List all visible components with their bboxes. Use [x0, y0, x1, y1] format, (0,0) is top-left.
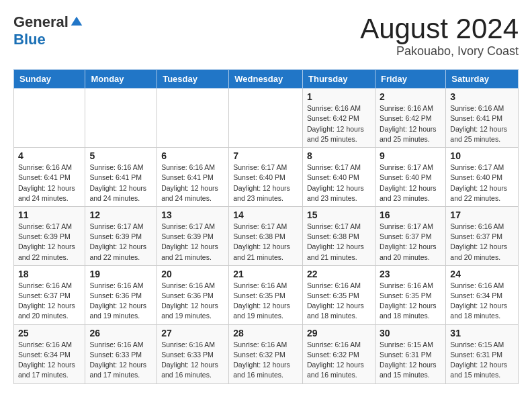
day-info: Sunrise: 6:17 AM Sunset: 6:39 PM Dayligh… [161, 222, 224, 263]
day-number: 5 [89, 150, 152, 161]
calendar-cell-4-2: 19Sunrise: 6:16 AM Sunset: 6:36 PM Dayli… [85, 265, 157, 324]
day-number: 12 [89, 210, 152, 220]
calendar-header-thursday: Thursday [303, 70, 375, 89]
day-number: 11 [18, 210, 81, 220]
day-info: Sunrise: 6:16 AM Sunset: 6:34 PM Dayligh… [450, 281, 514, 322]
calendar-cell-1-6: 2Sunrise: 6:16 AM Sunset: 6:42 PM Daylig… [375, 89, 445, 148]
calendar-cell-3-6: 16Sunrise: 6:17 AM Sunset: 6:37 PM Dayli… [375, 206, 445, 265]
day-info: Sunrise: 6:16 AM Sunset: 6:33 PM Dayligh… [161, 340, 224, 381]
calendar-header-saturday: Saturday [446, 70, 519, 89]
logo: General Blue [13, 13, 83, 48]
day-number: 31 [450, 328, 514, 338]
calendar-week-5: 25Sunrise: 6:16 AM Sunset: 6:34 PM Dayli… [14, 324, 519, 383]
calendar-cell-2-7: 10Sunrise: 6:17 AM Sunset: 6:40 PM Dayli… [446, 148, 519, 207]
day-number: 30 [380, 328, 441, 338]
calendar-cell-3-1: 11Sunrise: 6:17 AM Sunset: 6:39 PM Dayli… [14, 206, 85, 265]
day-info: Sunrise: 6:16 AM Sunset: 6:41 PM Dayligh… [450, 103, 514, 144]
day-info: Sunrise: 6:16 AM Sunset: 6:35 PM Dayligh… [233, 281, 298, 322]
calendar-cell-2-5: 8Sunrise: 6:17 AM Sunset: 6:40 PM Daylig… [303, 148, 375, 207]
day-number: 28 [233, 328, 298, 338]
calendar-cell-3-3: 13Sunrise: 6:17 AM Sunset: 6:39 PM Dayli… [157, 206, 229, 265]
calendar-table: SundayMondayTuesdayWednesdayThursdayFrid… [13, 69, 519, 383]
day-number: 20 [161, 269, 224, 279]
day-number: 19 [89, 269, 152, 279]
page-header: General Blue August 2024 Pakouabo, Ivory… [13, 13, 519, 58]
day-info: Sunrise: 6:17 AM Sunset: 6:38 PM Dayligh… [307, 222, 371, 263]
calendar-cell-5-5: 29Sunrise: 6:16 AM Sunset: 6:32 PM Dayli… [303, 324, 375, 383]
logo-icon [70, 15, 83, 29]
calendar-week-2: 4Sunrise: 6:16 AM Sunset: 6:41 PM Daylig… [14, 148, 519, 207]
svg-marker-0 [71, 17, 83, 26]
day-number: 29 [307, 328, 371, 338]
calendar-cell-5-4: 28Sunrise: 6:16 AM Sunset: 6:32 PM Dayli… [229, 324, 303, 383]
calendar-cell-5-2: 26Sunrise: 6:16 AM Sunset: 6:33 PM Dayli… [85, 324, 157, 383]
calendar-cell-5-1: 25Sunrise: 6:16 AM Sunset: 6:34 PM Dayli… [14, 324, 85, 383]
calendar-cell-1-5: 1Sunrise: 6:16 AM Sunset: 6:42 PM Daylig… [303, 89, 375, 148]
day-info: Sunrise: 6:16 AM Sunset: 6:41 PM Dayligh… [161, 163, 224, 203]
calendar-week-3: 11Sunrise: 6:17 AM Sunset: 6:39 PM Dayli… [14, 206, 519, 265]
day-number: 24 [450, 269, 514, 279]
day-number: 25 [18, 328, 81, 338]
day-number: 10 [450, 150, 514, 161]
day-info: Sunrise: 6:15 AM Sunset: 6:31 PM Dayligh… [380, 340, 441, 381]
day-info: Sunrise: 6:16 AM Sunset: 6:36 PM Dayligh… [161, 281, 224, 322]
day-number: 7 [233, 150, 298, 161]
calendar-cell-3-4: 14Sunrise: 6:17 AM Sunset: 6:38 PM Dayli… [229, 206, 303, 265]
month-title: August 2024 [360, 13, 519, 44]
day-info: Sunrise: 6:16 AM Sunset: 6:32 PM Dayligh… [307, 340, 371, 381]
day-number: 27 [161, 328, 224, 338]
day-info: Sunrise: 6:17 AM Sunset: 6:39 PM Dayligh… [18, 222, 81, 263]
calendar-header-row: SundayMondayTuesdayWednesdayThursdayFrid… [14, 70, 519, 89]
calendar-cell-3-7: 17Sunrise: 6:16 AM Sunset: 6:37 PM Dayli… [446, 206, 519, 265]
calendar-cell-4-5: 22Sunrise: 6:16 AM Sunset: 6:35 PM Dayli… [303, 265, 375, 324]
day-number: 18 [18, 269, 81, 279]
calendar-cell-1-7: 3Sunrise: 6:16 AM Sunset: 6:41 PM Daylig… [446, 89, 519, 148]
day-info: Sunrise: 6:16 AM Sunset: 6:36 PM Dayligh… [89, 281, 152, 322]
day-number: 23 [380, 269, 441, 279]
day-info: Sunrise: 6:17 AM Sunset: 6:39 PM Dayligh… [89, 222, 152, 263]
day-number: 22 [307, 269, 371, 279]
day-number: 3 [450, 91, 514, 102]
location-title: Pakouabo, Ivory Coast [360, 44, 519, 58]
day-number: 2 [380, 91, 441, 102]
day-info: Sunrise: 6:17 AM Sunset: 6:40 PM Dayligh… [450, 163, 514, 203]
calendar-cell-1-4 [229, 89, 303, 148]
day-info: Sunrise: 6:16 AM Sunset: 6:33 PM Dayligh… [89, 340, 152, 381]
calendar-header-monday: Monday [85, 70, 157, 89]
day-info: Sunrise: 6:17 AM Sunset: 6:40 PM Dayligh… [307, 163, 371, 203]
calendar-cell-1-2 [85, 89, 157, 148]
logo-general-text: General [13, 13, 69, 31]
calendar-cell-1-1 [14, 89, 85, 148]
title-area: August 2024 Pakouabo, Ivory Coast [360, 13, 519, 58]
day-number: 21 [233, 269, 298, 279]
day-info: Sunrise: 6:16 AM Sunset: 6:35 PM Dayligh… [380, 281, 441, 322]
day-info: Sunrise: 6:16 AM Sunset: 6:42 PM Dayligh… [380, 103, 441, 144]
day-info: Sunrise: 6:17 AM Sunset: 6:38 PM Dayligh… [233, 222, 298, 263]
calendar-header-sunday: Sunday [14, 70, 85, 89]
day-info: Sunrise: 6:17 AM Sunset: 6:40 PM Dayligh… [233, 163, 298, 203]
day-info: Sunrise: 6:16 AM Sunset: 6:35 PM Dayligh… [307, 281, 371, 322]
day-info: Sunrise: 6:16 AM Sunset: 6:41 PM Dayligh… [89, 163, 152, 203]
day-info: Sunrise: 6:16 AM Sunset: 6:37 PM Dayligh… [18, 281, 81, 322]
calendar-cell-2-4: 7Sunrise: 6:17 AM Sunset: 6:40 PM Daylig… [229, 148, 303, 207]
day-number: 13 [161, 210, 224, 220]
calendar-week-4: 18Sunrise: 6:16 AM Sunset: 6:37 PM Dayli… [14, 265, 519, 324]
calendar-header-wednesday: Wednesday [229, 70, 303, 89]
calendar-cell-4-6: 23Sunrise: 6:16 AM Sunset: 6:35 PM Dayli… [375, 265, 445, 324]
calendar-header-friday: Friday [375, 70, 445, 89]
calendar-cell-2-3: 6Sunrise: 6:16 AM Sunset: 6:41 PM Daylig… [157, 148, 229, 207]
calendar-week-1: 1Sunrise: 6:16 AM Sunset: 6:42 PM Daylig… [14, 89, 519, 148]
day-number: 14 [233, 210, 298, 220]
calendar-cell-5-6: 30Sunrise: 6:15 AM Sunset: 6:31 PM Dayli… [375, 324, 445, 383]
day-number: 6 [161, 150, 224, 161]
day-info: Sunrise: 6:17 AM Sunset: 6:37 PM Dayligh… [380, 222, 441, 263]
calendar-cell-4-7: 24Sunrise: 6:16 AM Sunset: 6:34 PM Dayli… [446, 265, 519, 324]
logo-blue-text: Blue [13, 31, 46, 48]
calendar-cell-1-3 [157, 89, 229, 148]
day-number: 16 [380, 210, 441, 220]
day-number: 4 [18, 150, 81, 161]
calendar-cell-4-4: 21Sunrise: 6:16 AM Sunset: 6:35 PM Dayli… [229, 265, 303, 324]
day-info: Sunrise: 6:16 AM Sunset: 6:41 PM Dayligh… [18, 163, 81, 203]
calendar-cell-2-1: 4Sunrise: 6:16 AM Sunset: 6:41 PM Daylig… [14, 148, 85, 207]
calendar-cell-3-2: 12Sunrise: 6:17 AM Sunset: 6:39 PM Dayli… [85, 206, 157, 265]
